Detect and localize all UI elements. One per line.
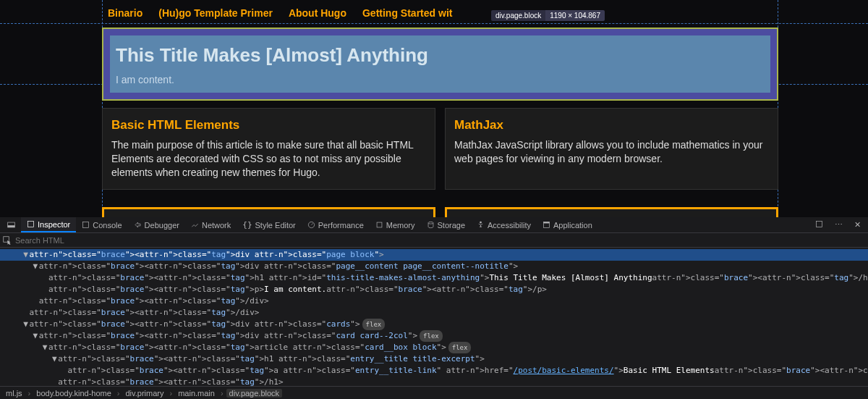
tab-style-editor[interactable]: {}Style Editor xyxy=(237,217,302,232)
card-title[interactable]: Basic HTML Elements xyxy=(111,118,426,133)
page-content: I am content. xyxy=(116,74,765,85)
tab-debugger[interactable]: Debugger xyxy=(128,217,185,232)
tab-application[interactable]: Application xyxy=(537,217,598,232)
devtools-panel: Inspector Console Debugger Network {}Sty… xyxy=(0,217,868,399)
tab-accessibility[interactable]: Accessibility xyxy=(471,217,537,232)
dock-options-icon[interactable] xyxy=(809,220,829,228)
devtools-toolbar: Inspector Console Debugger Network {}Sty… xyxy=(0,217,868,233)
card-placeholder xyxy=(445,207,778,217)
nav-link[interactable]: Getting Started wit xyxy=(362,7,452,19)
card-title[interactable]: MathJax xyxy=(454,118,769,133)
tab-console[interactable]: Console xyxy=(76,217,127,232)
svg-rect-3 xyxy=(83,222,89,227)
cards-row: Basic HTML Elements The main purpose of … xyxy=(102,108,778,190)
markup-pane: + ▼attr-n">class="brace"><attr-n">class=… xyxy=(0,233,868,399)
card[interactable]: Basic HTML Elements The main purpose of … xyxy=(102,108,435,190)
nav-link[interactable]: About Hugo xyxy=(289,7,346,19)
page-title: This Title Makes [Almost] Anything xyxy=(116,44,765,67)
site-nav: Binario (Hu)go Template Primer About Hug… xyxy=(102,0,778,26)
svg-rect-9 xyxy=(543,222,549,223)
svg-point-7 xyxy=(480,222,482,224)
overflow-menu-icon[interactable]: ⋯ xyxy=(829,220,848,230)
svg-rect-10 xyxy=(816,221,822,227)
close-devtools-icon[interactable]: ✕ xyxy=(848,220,867,230)
search-html-input[interactable] xyxy=(12,236,868,245)
card[interactable]: MathJax MathJax JavaScript library allow… xyxy=(445,108,778,190)
nav-link[interactable]: (Hu)go Template Primer xyxy=(158,7,273,19)
dom-tree[interactable]: ▼attr-n">class="brace"><attr-n">class="t… xyxy=(0,248,868,386)
nav-brand[interactable]: Binario xyxy=(108,7,142,19)
svg-point-6 xyxy=(428,222,433,224)
tab-performance[interactable]: Performance xyxy=(302,217,370,232)
card-placeholder xyxy=(102,207,435,217)
browser-viewport: Binario (Hu)go Template Primer About Hug… xyxy=(0,0,868,217)
tab-memory[interactable]: Memory xyxy=(370,217,421,232)
breadcrumbs[interactable]: ml.js›body.body.kind-home›div.primary›ma… xyxy=(0,386,868,399)
element-picker-icon[interactable] xyxy=(2,235,12,245)
tab-network[interactable]: Network xyxy=(185,217,237,232)
svg-rect-2 xyxy=(27,221,33,227)
tab-inspector[interactable]: Inspector xyxy=(21,217,76,232)
element-info-tooltip: div.page.block 1190 × 104.867 xyxy=(491,10,605,21)
card-body: The main purpose of this article is to m… xyxy=(111,138,426,180)
svg-rect-5 xyxy=(377,222,382,227)
dock-toggle-icon[interactable] xyxy=(1,217,21,232)
card-body: MathJax JavaScript library allows you to… xyxy=(454,138,769,166)
tab-storage[interactable]: Storage xyxy=(421,217,472,232)
svg-rect-1 xyxy=(8,225,15,227)
highlighted-element: This Title Makes [Almost] Anything I am … xyxy=(102,28,778,101)
